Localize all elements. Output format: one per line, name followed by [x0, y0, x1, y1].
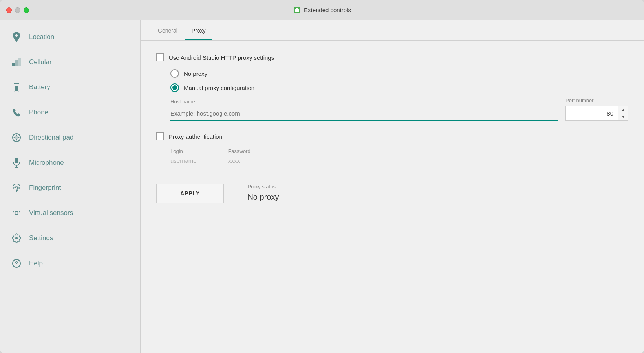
- hostname-port-row: Host name Port number ▲ ▼: [170, 97, 628, 121]
- svg-point-20: [15, 237, 18, 239]
- port-group: Port number ▲ ▼: [565, 97, 628, 121]
- titlebar: Extended controls: [0, 0, 644, 20]
- no-proxy-row: No proxy: [170, 69, 628, 78]
- tab-general[interactable]: General: [152, 20, 184, 40]
- sidebar-item-cellular[interactable]: Cellular: [0, 50, 140, 75]
- svg-marker-5: [18, 58, 21, 66]
- sidebar-item-location[interactable]: Location: [0, 24, 140, 50]
- content-area: Use Android Studio HTTP proxy settings N…: [141, 41, 644, 216]
- proxy-status-area: Proxy status No proxy: [247, 184, 279, 202]
- port-label: Port number: [565, 97, 628, 103]
- svg-rect-8: [15, 86, 18, 91]
- hostname-group: Host name: [170, 99, 558, 121]
- svg-marker-4: [15, 60, 18, 66]
- svg-rect-15: [15, 158, 18, 163]
- login-value: username: [170, 157, 197, 164]
- port-down-arrow[interactable]: ▼: [618, 113, 628, 120]
- auth-fields: Login username Password xxxx: [170, 148, 628, 164]
- window-body: Location Cellular: [0, 20, 644, 353]
- no-proxy-label: No proxy: [184, 70, 207, 77]
- maximize-button[interactable]: [24, 7, 29, 13]
- svg-marker-12: [16, 139, 17, 141]
- radio-inner-dot: [172, 85, 177, 90]
- sidebar-item-directional-pad[interactable]: Directional pad: [0, 125, 140, 150]
- svg-text:?: ?: [15, 260, 18, 267]
- svg-marker-14: [18, 137, 20, 138]
- auth-section: Proxy authentication Login username Pass…: [156, 132, 628, 164]
- traffic-lights: [6, 7, 29, 13]
- tabs-bar: General Proxy: [141, 20, 644, 41]
- use-android-studio-label: Use Android Studio HTTP proxy settings: [169, 54, 274, 61]
- password-value: xxxx: [228, 157, 251, 164]
- window-title: Extended controls: [304, 7, 351, 13]
- sidebar-label-cellular: Cellular: [29, 58, 52, 66]
- main-window: Extended controls Location: [0, 0, 644, 353]
- sidebar-label-phone: Phone: [29, 108, 48, 116]
- proxy-manual-config: Host name Port number ▲ ▼: [170, 97, 628, 121]
- virtual-sensors-icon: [11, 208, 22, 219]
- use-android-studio-checkbox[interactable]: [156, 53, 164, 61]
- password-label: Password: [228, 148, 251, 154]
- minimize-button[interactable]: [15, 7, 20, 13]
- proxy-auth-row: Proxy authentication: [156, 132, 628, 140]
- proxy-status-label: Proxy status: [247, 184, 279, 189]
- microphone-icon: [11, 157, 22, 168]
- sidebar-item-microphone[interactable]: Microphone: [0, 150, 140, 175]
- sidebar-label-battery: Battery: [29, 83, 50, 91]
- app-icon: [293, 6, 301, 14]
- sidebar-item-help[interactable]: ? Help: [0, 251, 140, 276]
- sidebar-label-fingerprint: Fingerprint: [29, 184, 61, 192]
- proxy-auth-label: Proxy authentication: [169, 133, 222, 140]
- use-android-studio-row: Use Android Studio HTTP proxy settings: [156, 53, 628, 61]
- cellular-icon: [11, 57, 22, 68]
- svg-rect-17: [15, 167, 18, 168]
- login-field: Login username: [170, 148, 197, 164]
- hostname-input[interactable]: [170, 107, 558, 121]
- manual-proxy-label: Manual proxy configuration: [184, 85, 254, 91]
- location-icon: [11, 31, 22, 42]
- sidebar-item-virtual-sensors[interactable]: Virtual sensors: [0, 200, 140, 226]
- close-button[interactable]: [6, 7, 12, 13]
- sidebar-label-directional-pad: Directional pad: [29, 134, 73, 142]
- manual-proxy-radio[interactable]: [170, 83, 179, 92]
- svg-point-10: [15, 136, 18, 139]
- proxy-status-value: No proxy: [247, 193, 279, 202]
- svg-rect-16: [16, 165, 17, 167]
- settings-icon: [11, 233, 22, 244]
- titlebar-title: Extended controls: [293, 6, 351, 14]
- svg-marker-13: [13, 137, 15, 138]
- sidebar: Location Cellular: [0, 20, 141, 353]
- sidebar-label-settings: Settings: [29, 234, 53, 242]
- port-arrows: ▲ ▼: [618, 106, 628, 120]
- apply-section: APPLY Proxy status No proxy: [156, 184, 628, 203]
- tab-proxy[interactable]: Proxy: [185, 20, 212, 40]
- svg-point-19: [16, 213, 17, 213]
- svg-rect-1: [295, 9, 299, 12]
- password-field: Password xxxx: [228, 148, 251, 164]
- battery-icon: [11, 82, 22, 93]
- svg-marker-11: [16, 134, 17, 136]
- proxy-auth-checkbox[interactable]: [156, 132, 164, 140]
- no-proxy-radio[interactable]: [170, 69, 179, 78]
- sidebar-item-phone[interactable]: Phone: [0, 100, 140, 125]
- port-input[interactable]: [566, 107, 618, 120]
- help-icon: ?: [11, 258, 22, 269]
- sidebar-label-virtual-sensors: Virtual sensors: [29, 209, 73, 217]
- port-input-row: ▲ ▼: [565, 106, 628, 121]
- phone-icon: [11, 107, 22, 118]
- dpad-icon: [11, 132, 22, 143]
- sidebar-item-battery[interactable]: Battery: [0, 75, 140, 100]
- sidebar-label-location: Location: [29, 33, 54, 41]
- svg-rect-2: [296, 8, 298, 9]
- apply-button[interactable]: APPLY: [156, 184, 224, 203]
- main-content: General Proxy Use Android Studio HTTP pr…: [141, 20, 644, 353]
- hostname-label: Host name: [170, 99, 558, 105]
- svg-marker-3: [12, 63, 15, 66]
- sidebar-item-fingerprint[interactable]: Fingerprint: [0, 175, 140, 200]
- login-label: Login: [170, 148, 197, 154]
- sidebar-item-settings[interactable]: Settings: [0, 226, 140, 251]
- sidebar-label-help: Help: [29, 259, 43, 267]
- manual-proxy-row: Manual proxy configuration: [170, 83, 628, 92]
- port-up-arrow[interactable]: ▲: [618, 106, 628, 113]
- fingerprint-icon: [11, 182, 22, 193]
